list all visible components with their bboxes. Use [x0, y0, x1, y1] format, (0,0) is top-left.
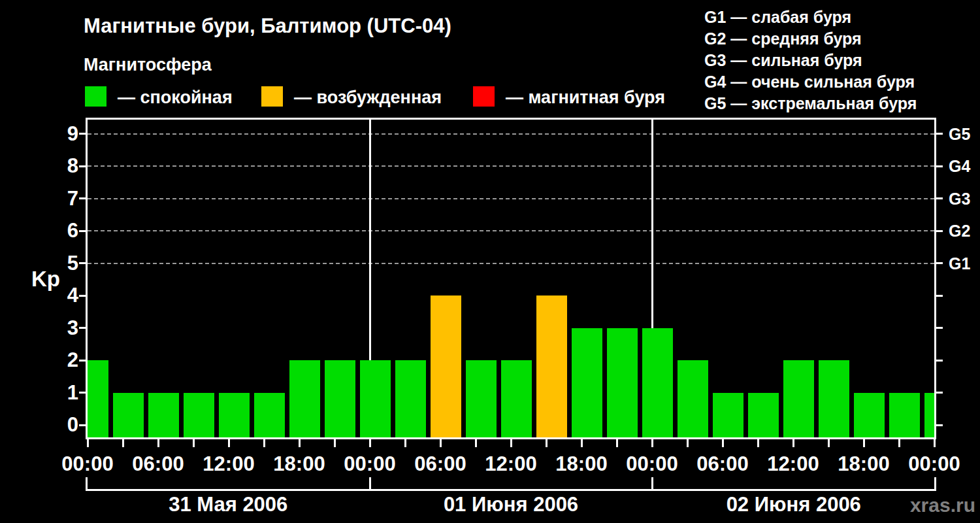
y-tick-label: 7	[39, 188, 78, 210]
magnetic-storms-chart: Магнитные бури, Балтимор (UTC-04) Магнит…	[0, 0, 980, 523]
date-bracket-tick	[651, 477, 653, 491]
x-tick	[122, 439, 124, 447]
x-tick	[863, 439, 865, 447]
kp-bar	[607, 328, 638, 438]
g-axis-label: G2	[949, 221, 970, 241]
kp-bar	[678, 360, 708, 437]
x-tick	[687, 439, 689, 447]
legend-label-storm: — магнитная буря	[506, 88, 665, 108]
x-tick	[369, 439, 371, 447]
date-bracket-tick	[86, 477, 88, 491]
kp-bar	[395, 360, 426, 437]
y-tick-right	[936, 392, 943, 394]
gridline-kp6	[88, 230, 934, 231]
y-tick-label: 5	[39, 252, 78, 275]
y-tick-left	[79, 230, 86, 232]
date-bracket-tick	[369, 477, 371, 491]
legend-swatch-storm	[473, 86, 495, 107]
date-bracket-tick	[934, 477, 936, 491]
y-tick-left	[79, 197, 86, 199]
kp-bar	[501, 360, 532, 437]
kp-bar	[783, 360, 814, 437]
kp-bar	[148, 393, 179, 438]
kp-bar	[748, 393, 779, 438]
kp-bar	[924, 393, 935, 438]
x-tick	[722, 439, 724, 447]
y-tick-left	[79, 424, 86, 426]
y-tick-label: 4	[39, 284, 78, 307]
page-title: Магнитные бури, Балтимор (UTC-04)	[84, 14, 451, 38]
y-tick-right	[936, 165, 943, 167]
chart-subtitle: Магнитосфера	[84, 55, 212, 75]
kp-bar	[536, 295, 567, 437]
date-label: 01 Июня 2006	[380, 493, 642, 516]
y-tick-left	[79, 295, 86, 297]
x-tick	[510, 439, 512, 447]
x-tick	[157, 439, 159, 447]
x-tick	[404, 439, 406, 447]
x-tick	[651, 439, 653, 447]
x-tick	[228, 439, 230, 447]
kp-bar	[642, 328, 673, 438]
g-axis-label: G4	[949, 156, 970, 176]
gridline-kp7	[88, 198, 934, 199]
kp-bar	[254, 393, 285, 438]
x-tick	[898, 439, 900, 447]
x-tick	[193, 439, 195, 447]
y-tick-right	[936, 295, 943, 297]
kp-bar	[360, 360, 391, 437]
y-tick-right	[936, 424, 943, 426]
x-tick	[87, 439, 89, 447]
y-tick-right	[936, 327, 943, 329]
kp-bar	[325, 360, 355, 437]
x-tick	[475, 439, 477, 447]
x-tick	[263, 439, 265, 447]
y-tick-left	[79, 262, 86, 264]
g-axis-label: G5	[949, 124, 970, 144]
g-legend-row-g5: G5 — экстремальная буря	[704, 94, 917, 113]
gridline-kp9	[88, 133, 934, 135]
x-tick	[334, 439, 336, 447]
kp-bar	[289, 360, 320, 437]
y-tick-left	[79, 133, 86, 135]
y-tick-label: 6	[39, 220, 78, 242]
date-bracket-line	[86, 489, 936, 491]
y-tick-label: 0	[39, 414, 78, 436]
kp-bar	[854, 393, 885, 438]
x-tick	[757, 439, 759, 447]
x-tick	[299, 439, 301, 447]
g-axis-label: G1	[949, 254, 970, 273]
y-tick-left	[79, 327, 86, 329]
y-tick-right	[936, 197, 943, 199]
y-tick-label: 2	[39, 349, 78, 371]
g-legend-row-g3: G3 — сильная буря	[704, 51, 862, 70]
y-tick-right	[936, 360, 943, 362]
x-tick	[581, 439, 583, 447]
kp-bar	[184, 393, 214, 438]
x-tick	[546, 439, 547, 447]
kp-bar	[889, 393, 920, 438]
x-time-label: 00:00	[889, 452, 980, 476]
y-tick-right	[936, 262, 943, 264]
x-tick	[440, 439, 442, 447]
g-legend-row-g2: G2 — средняя буря	[704, 29, 862, 48]
legend-label-excited: — возбужденная	[294, 88, 442, 108]
x-tick	[616, 439, 618, 447]
kp-bar	[819, 360, 849, 437]
y-tick-right	[936, 230, 943, 232]
y-tick-label: 8	[39, 155, 78, 177]
kp-bar	[113, 393, 144, 438]
kp-bar	[431, 295, 461, 437]
kp-bar	[713, 393, 743, 438]
g-legend-row-g1: G1 — слабая буря	[704, 8, 851, 27]
y-tick-left	[79, 392, 86, 394]
gridline-kp5	[88, 263, 934, 264]
plot-area	[88, 120, 934, 437]
legend-label-quiet: — спокойная	[118, 88, 233, 108]
x-tick	[792, 439, 794, 447]
y-tick-left	[79, 360, 86, 362]
y-tick-label: 9	[39, 123, 78, 145]
kp-bar	[88, 360, 108, 437]
legend-swatch-excited	[261, 86, 283, 107]
kp-bar	[466, 360, 497, 437]
